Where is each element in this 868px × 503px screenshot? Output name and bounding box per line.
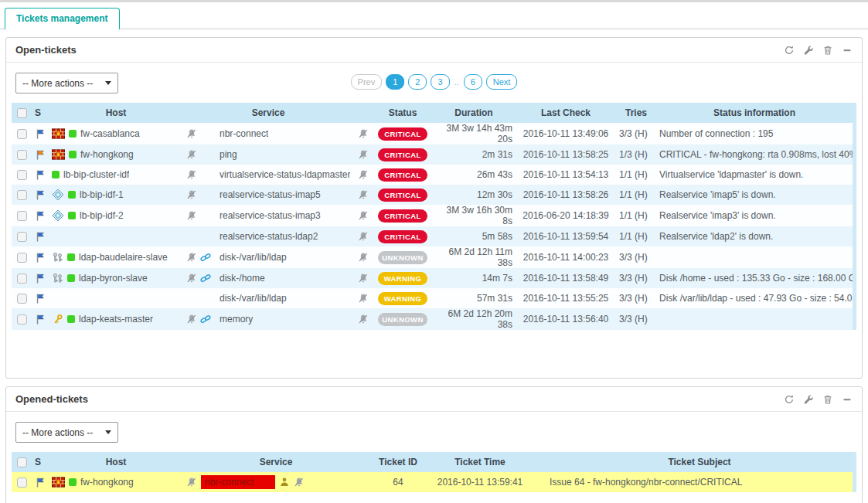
duration: 3M 3w 16h 30m 8s (432, 205, 516, 226)
page-last-button[interactable]: 6 (464, 74, 482, 90)
notifications-muted-icon (358, 128, 369, 139)
status-information: Realservice 'ldap2' is down. (656, 231, 853, 242)
link-icon[interactable] (200, 314, 211, 325)
page-next-button[interactable]: Next (486, 74, 518, 90)
open-tickets-panel: Open-tickets -- More actions -- (5, 37, 863, 379)
opened-tickets-toolbar: -- More actions -- (6, 412, 862, 447)
collapse-icon[interactable] (842, 45, 853, 56)
row-checkbox[interactable] (17, 150, 27, 160)
refresh-icon[interactable] (784, 45, 795, 56)
service-name[interactable]: memory (220, 314, 253, 325)
host-name[interactable]: lb-bip-cluster-idf (63, 169, 129, 180)
duration: 6M 2d 12h 20m 38s (432, 308, 516, 330)
service-name[interactable]: ping (220, 149, 237, 160)
duration: 3M 3w 14h 43m 20s (432, 123, 516, 144)
trash-icon[interactable] (822, 45, 833, 56)
row-checkbox[interactable] (17, 170, 27, 180)
tries: 1/3 (H) (616, 149, 656, 160)
trash-icon[interactable] (822, 394, 833, 405)
cluster-icon (52, 209, 64, 222)
notifications-muted-icon (358, 252, 369, 263)
host-name[interactable]: fw-casablanca (80, 128, 140, 139)
duration: 2m 31s (432, 149, 516, 160)
wrench-icon[interactable] (803, 394, 814, 405)
table-row: fw-hongkong nbr-connect 64 2016-10-11 13… (12, 472, 853, 492)
host-up-indicator (68, 191, 76, 199)
column-duration: Duration (432, 107, 516, 118)
page-1-button[interactable]: 1 (386, 74, 404, 90)
collapse-icon[interactable] (842, 394, 853, 405)
service-name[interactable]: realservice-status-imap3 (220, 210, 321, 221)
service-name[interactable]: disk-/home (220, 273, 265, 284)
tries: 1/1 (H) (616, 169, 656, 180)
firewall-icon (52, 477, 65, 488)
status-information: Virtualservice 'ldapmaster' is down. (656, 169, 853, 180)
host-up-indicator (68, 212, 76, 219)
row-checkbox[interactable] (17, 274, 27, 284)
page-3-button[interactable]: 3 (431, 74, 449, 90)
host-name[interactable]: fw-hongkong (80, 477, 134, 488)
more-actions-label: -- More actions -- (22, 427, 93, 438)
notifications-muted-icon (186, 128, 197, 139)
tries: 3/3 (H) (616, 293, 656, 304)
flag-icon (35, 128, 46, 140)
host-name[interactable]: ldap-baudelaire-slave (79, 252, 168, 263)
row-checkbox[interactable] (17, 211, 27, 221)
tries: 3/3 (H) (616, 128, 656, 139)
host-name[interactable]: ldap-byron-slave (79, 273, 148, 284)
service-name[interactable]: realservice-status-imap5 (220, 189, 321, 200)
last-check: 2016-10-11 13:49:06 (516, 128, 616, 139)
notifications-muted-icon (358, 314, 369, 325)
tries: 3/3 (H) (616, 273, 656, 284)
row-checkbox[interactable] (17, 253, 27, 263)
service-name[interactable]: nbr-connect (220, 128, 268, 139)
wrench-icon[interactable] (803, 45, 814, 56)
row-checkbox[interactable] (17, 314, 27, 325)
table-row: fw-casablanca nbr-connect CRITICAL 3M 3w… (12, 123, 853, 144)
column-host: Host (49, 107, 183, 118)
host-name[interactable]: lb-bip-idf-2 (80, 210, 124, 221)
link-icon[interactable] (200, 273, 211, 284)
dropdown-caret-icon (105, 430, 111, 434)
more-actions-select[interactable]: -- More actions -- (15, 422, 118, 443)
row-checkbox[interactable] (17, 190, 27, 200)
host-name[interactable]: fw-hongkong (80, 149, 134, 160)
flag-icon (35, 252, 46, 263)
row-checkbox[interactable] (17, 129, 27, 139)
host-name[interactable]: lb-bip-idf-1 (80, 189, 124, 200)
duration: 57m 31s (432, 293, 516, 304)
tab-tickets-management[interactable]: Tickets management (5, 8, 120, 29)
column-s: S (32, 107, 49, 118)
service-name[interactable]: virtualservice-status-ldapmaster (220, 169, 350, 180)
opened-tickets-rows: fw-hongkong nbr-connect 64 2016-10-11 13… (12, 472, 853, 492)
keys-icon (52, 273, 63, 284)
flag-icon (35, 314, 46, 325)
flag-icon (35, 477, 46, 488)
service-name[interactable]: nbr-connect (201, 475, 275, 489)
open-tickets-table-header: S Host Service Status Duration Last Chec… (12, 103, 853, 123)
link-icon[interactable] (200, 252, 211, 263)
status-badge: WARNING (378, 292, 427, 305)
refresh-icon[interactable] (784, 394, 795, 405)
last-check: 2016-10-11 14:00:23 (516, 252, 616, 263)
row-checkbox[interactable] (17, 478, 27, 488)
row-checkbox[interactable] (17, 294, 27, 304)
row-checkbox[interactable] (17, 232, 27, 242)
select-all-checkbox[interactable] (17, 108, 27, 118)
more-actions-label: -- More actions -- (22, 78, 93, 89)
notifications-muted-icon (186, 273, 197, 284)
notifications-muted-icon (186, 477, 197, 488)
more-actions-select[interactable]: -- More actions -- (15, 73, 118, 93)
status-information: Disk /var/lib/ldap - used : 47.93 Go - s… (656, 293, 853, 304)
service-name[interactable]: disk-/var/lib/ldap (220, 252, 287, 263)
page-2-button[interactable]: 2 (408, 74, 427, 90)
notifications-muted-icon (186, 149, 197, 160)
host-name[interactable]: ldap-keats-master (79, 314, 153, 325)
table-row: lb-bip-idf-2 realservice-status-imap3 CR… (12, 205, 853, 226)
select-all-checkbox[interactable] (17, 457, 27, 467)
page-prev-button[interactable]: Prev (351, 74, 383, 90)
column-status: Status (373, 107, 432, 118)
service-name[interactable]: disk-/var/lib/ldap (220, 293, 287, 304)
flag-icon (35, 293, 46, 304)
service-name[interactable]: realservice-status-ldap2 (220, 231, 318, 242)
